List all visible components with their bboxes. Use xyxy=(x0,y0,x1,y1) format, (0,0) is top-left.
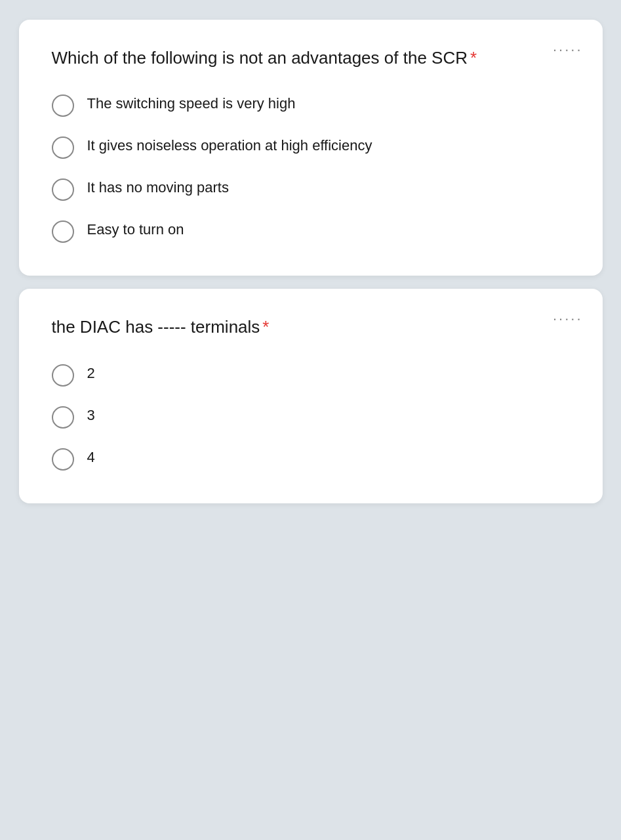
option-label-q1-4: Easy to turn on xyxy=(87,219,184,240)
option-label-q2-2: 3 xyxy=(87,405,95,426)
radio-q1-4[interactable] xyxy=(52,220,74,243)
option-label-q2-1: 2 xyxy=(87,363,95,384)
radio-q1-2[interactable] xyxy=(52,136,74,159)
option-label-q1-1: The switching speed is very high xyxy=(87,93,296,114)
question-1-card: ..... Which of the following is not an a… xyxy=(19,20,603,276)
more-options-icon-q2[interactable]: ..... xyxy=(553,307,583,324)
option-label-q1-3: It has no moving parts xyxy=(87,177,229,198)
radio-q2-3[interactable] xyxy=(52,448,74,471)
question-2-options: 2 3 4 xyxy=(52,363,570,477)
option-q2-1[interactable]: 2 xyxy=(52,363,570,387)
option-q1-2[interactable]: It gives noiseless operation at high eff… xyxy=(52,135,570,159)
question-1-text: Which of the following is not an advanta… xyxy=(52,46,570,70)
question-2-text: the DIAC has ----- terminals* xyxy=(52,315,570,339)
option-q1-3[interactable]: It has no moving parts xyxy=(52,177,570,201)
option-q1-4[interactable]: Easy to turn on xyxy=(52,219,570,243)
required-star-q1: * xyxy=(470,48,477,68)
question-2-card: ..... the DIAC has ----- terminals* 2 3 … xyxy=(19,289,603,503)
option-label-q1-2: It gives noiseless operation at high eff… xyxy=(87,135,372,156)
option-q2-2[interactable]: 3 xyxy=(52,405,570,429)
radio-q1-1[interactable] xyxy=(52,94,74,117)
more-options-icon-q1[interactable]: ..... xyxy=(553,38,583,55)
radio-q2-1[interactable] xyxy=(52,364,74,387)
option-q1-1[interactable]: The switching speed is very high xyxy=(52,93,570,117)
radio-q1-3[interactable] xyxy=(52,178,74,201)
required-star-q2: * xyxy=(262,317,269,337)
question-1-options: The switching speed is very high It give… xyxy=(52,93,570,249)
option-q2-3[interactable]: 4 xyxy=(52,447,570,471)
radio-q2-2[interactable] xyxy=(52,406,74,429)
option-label-q2-3: 4 xyxy=(87,447,95,468)
